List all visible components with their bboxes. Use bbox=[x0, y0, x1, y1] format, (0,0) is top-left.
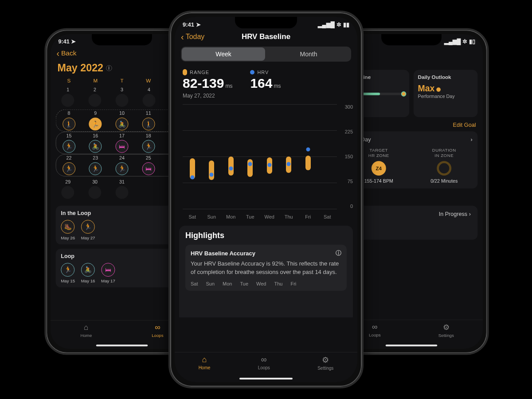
segment-week[interactable]: Week bbox=[182, 47, 265, 61]
calendar-day[interactable]: 3 bbox=[110, 87, 134, 107]
infinity-icon: ∞ bbox=[152, 323, 163, 332]
calendar-day[interactable]: 11🚶 bbox=[137, 111, 160, 131]
tab-settings[interactable]: ⚙Settings bbox=[438, 323, 454, 338]
hike-icon: 🥾 bbox=[64, 223, 71, 231]
cycle-icon: 🚴 bbox=[84, 266, 91, 274]
loop-day[interactable]: 🏃May 15 bbox=[61, 263, 75, 283]
calendar-day[interactable]: 31 bbox=[110, 179, 134, 199]
calendar-day[interactable]: 1 bbox=[56, 87, 80, 107]
wifi-icon: ✲ bbox=[462, 39, 467, 45]
tab-loops[interactable]: ∞Loops bbox=[258, 355, 270, 371]
phone-center-hrv: 9:41 ➤ ▂▄▆█ ✲ ▮▮ ‹ Today HRV Baseline We… bbox=[168, 11, 364, 388]
performance-day-row[interactable]: nce Day› TARGET HR ZONE Z4 155-174 BPM D… bbox=[345, 131, 478, 188]
notch bbox=[92, 34, 152, 45]
run-icon: 🏃 bbox=[145, 143, 152, 150]
calendar-day[interactable]: 18🏃 bbox=[137, 133, 160, 153]
tab-bar: ⌂Home ∞Loops ⚙Settings bbox=[175, 352, 357, 376]
run-icon: 🏃 bbox=[84, 223, 91, 231]
chart-x-axis: SatSunMonTueWedThuFriSat bbox=[183, 214, 337, 219]
home-indicator[interactable] bbox=[386, 344, 437, 346]
calendar-day[interactable]: 30 bbox=[83, 179, 107, 199]
time-range-segmented: Week Month bbox=[181, 47, 351, 62]
run-icon: 🏃 bbox=[65, 143, 72, 150]
metric-value: 0/22 Minutes bbox=[416, 178, 473, 184]
status-time: 9:41 ➤ bbox=[183, 21, 201, 28]
back-label: Today bbox=[186, 33, 205, 41]
highlights-section: Highlights HRV Baseline Accuracy ⓘ Your … bbox=[179, 226, 353, 317]
calendar-day[interactable]: 23🏃 bbox=[83, 156, 107, 176]
infinity-icon: ∞ bbox=[369, 323, 380, 332]
duration-in-zone: DURATION IN ZONE 0/22 Minutes bbox=[416, 147, 473, 183]
calendar-day[interactable]: 25🛏 bbox=[137, 156, 160, 176]
calendar-day[interactable]: 16🚴 bbox=[83, 133, 107, 153]
back-label: Back bbox=[61, 50, 77, 57]
signal-icon: ▂▄▆█ bbox=[318, 21, 335, 28]
chart-hrv-point[interactable] bbox=[306, 148, 310, 152]
progress-ring-icon bbox=[437, 161, 451, 176]
range-readout: RANGE 82-139ms bbox=[183, 68, 232, 91]
location-icon: ➤ bbox=[71, 39, 76, 45]
chart-hrv-point[interactable] bbox=[210, 172, 214, 176]
signal-icon: ▂▄▆█ bbox=[444, 39, 461, 45]
cycle-icon: 🚴 bbox=[118, 121, 125, 128]
card-title: Daily Outlook bbox=[418, 74, 473, 80]
in-progress-row[interactable]: In Progress › 27 bbox=[345, 206, 478, 240]
highlight-card[interactable]: HRV Baseline Accuracy ⓘ Your HRV Baselin… bbox=[185, 245, 347, 291]
segment-month[interactable]: Month bbox=[267, 47, 350, 61]
chart-y-axis: 300225150750 bbox=[339, 104, 353, 209]
run-icon: 🏃 bbox=[64, 266, 71, 274]
calendar-day[interactable]: 4 bbox=[137, 87, 161, 107]
chart-range-bar[interactable] bbox=[209, 160, 214, 180]
gear-icon: ⚙ bbox=[438, 323, 454, 332]
status-time: 9:41 ➤ bbox=[58, 39, 75, 45]
calendar-day[interactable]: 17🛏 bbox=[110, 133, 134, 153]
tab-loops[interactable]: ∞Loops bbox=[152, 323, 163, 338]
walk-icon: 🚶 bbox=[145, 121, 152, 128]
calendar-day[interactable]: 22🏃 bbox=[57, 156, 81, 176]
chart-hrv-point[interactable] bbox=[229, 166, 233, 170]
calendar-day[interactable]: 2 bbox=[83, 87, 107, 107]
card-title: In the Loop bbox=[61, 210, 183, 217]
run-icon: 🏃 bbox=[92, 165, 99, 172]
chart-range-bar[interactable] bbox=[305, 156, 311, 170]
back-button[interactable]: ‹ Today bbox=[181, 32, 204, 41]
chart-hrv-point[interactable] bbox=[287, 162, 291, 166]
tab-settings[interactable]: ⚙Settings bbox=[317, 355, 333, 371]
hrv-dot-icon bbox=[250, 70, 254, 74]
info-icon[interactable]: ⓘ bbox=[336, 249, 341, 257]
tab-home[interactable]: ⌂Home bbox=[199, 355, 211, 371]
home-indicator[interactable] bbox=[96, 344, 148, 346]
loop-day[interactable]: 🏃May 27 bbox=[81, 220, 95, 240]
calendar-day[interactable]: 10🚴 bbox=[110, 111, 134, 131]
info-icon[interactable]: i bbox=[106, 65, 112, 71]
home-indicator[interactable] bbox=[239, 378, 293, 379]
home-icon: ⌂ bbox=[199, 355, 211, 364]
chart-hrv-point[interactable] bbox=[267, 163, 271, 167]
calendar-day[interactable]: 15🏃 bbox=[57, 133, 81, 153]
card-title: Loop bbox=[61, 253, 183, 260]
calendar-day[interactable]: 29 bbox=[56, 179, 80, 199]
loop-day[interactable]: 🥾May 26 bbox=[61, 220, 75, 240]
metric-label: DURATION IN ZONE bbox=[416, 147, 473, 158]
hrv-chart[interactable]: 300225150750 SatSunMonTueWedThuFriSat bbox=[183, 104, 353, 219]
chart-hrv-point[interactable] bbox=[248, 162, 252, 166]
dot-icon bbox=[436, 87, 441, 92]
highlight-title: HRV Baseline Accuracy bbox=[191, 250, 255, 257]
wifi-icon: ✲ bbox=[336, 21, 341, 28]
daily-outlook-card[interactable]: Daily Outlook Max Performance Day bbox=[414, 70, 478, 117]
calendar-day[interactable]: 8🚶 bbox=[57, 111, 81, 131]
calendar-day[interactable]: 9🏃 bbox=[83, 111, 107, 131]
chevron-left-icon: ‹ bbox=[57, 49, 59, 58]
loop-day[interactable]: 🚴May 16 bbox=[81, 263, 95, 283]
loop-day[interactable]: 🛏May 17 bbox=[101, 263, 115, 283]
tab-loops[interactable]: ∞Loops bbox=[369, 323, 380, 338]
range-dot-icon bbox=[183, 69, 187, 75]
run-icon: 🏃 bbox=[65, 165, 72, 172]
tab-home[interactable]: ⌂Home bbox=[80, 323, 92, 338]
calendar-day[interactable]: 24🏃 bbox=[110, 156, 134, 176]
notch bbox=[381, 34, 442, 45]
chevron-left-icon: ‹ bbox=[181, 32, 184, 41]
chart-hrv-point[interactable] bbox=[190, 176, 194, 180]
battery-icon: ▮▮ bbox=[343, 21, 349, 28]
cycle-icon: 🚴 bbox=[92, 143, 99, 150]
